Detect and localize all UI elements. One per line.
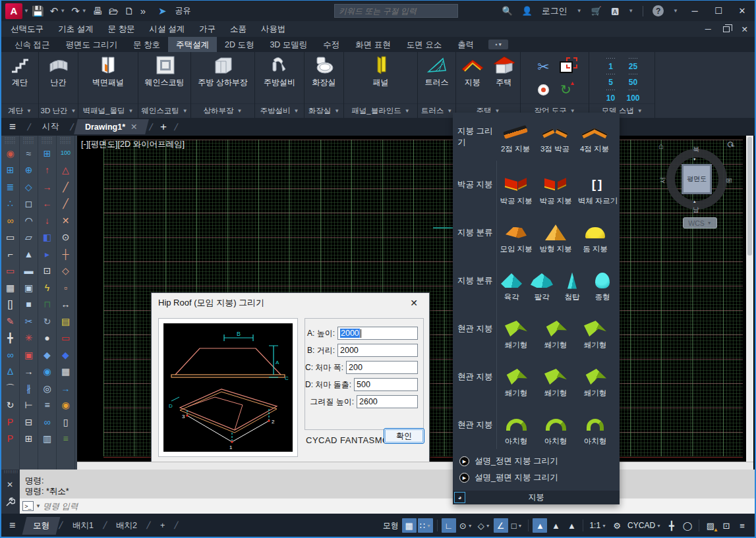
redo-icon[interactable]: ↷ xyxy=(71,5,80,17)
fillet-icon[interactable]: ⌒ xyxy=(3,380,18,397)
polyline-corner-icon[interactable]: ⌐ xyxy=(3,246,18,263)
roof-item-bell[interactable]: 종형 xyxy=(588,271,617,305)
polygon-icon[interactable]: ◇ xyxy=(21,178,37,196)
app-logo-dropdown-icon[interactable]: ▼ xyxy=(24,8,29,14)
panel-footer-wall-molding[interactable]: 벽패널_몰딩▼ xyxy=(78,103,138,118)
move-icon[interactable]: ╋ xyxy=(3,330,18,347)
model-snap-25[interactable]: 25 xyxy=(622,56,645,72)
roof-item-gable-1[interactable]: 박공 지붕 xyxy=(497,175,535,209)
snap-marker-toggle[interactable]: ▲ xyxy=(548,518,563,533)
window-grid-icon[interactable]: ⊞ xyxy=(40,145,55,162)
object-snap-tracking-toggle[interactable]: ∠ xyxy=(494,518,508,533)
model-snap-100[interactable]: 100 xyxy=(622,88,645,103)
document-icon[interactable]: ▯ xyxy=(58,414,74,431)
share-icon[interactable]: ➤ xyxy=(158,5,167,17)
redo-dropdown-icon[interactable]: ▼ xyxy=(82,8,87,14)
box-3d-icon[interactable]: ◻ xyxy=(21,196,37,213)
autodesk-app-icon[interactable]: 🅰 xyxy=(611,6,619,16)
ribbon-tab-3d-modeling[interactable]: 3D 모델링 xyxy=(262,37,315,52)
roof-item-spire[interactable]: 첨탑 xyxy=(558,271,587,305)
stretch-left-icon[interactable]: ← xyxy=(40,196,55,213)
workspace-switcher[interactable]: CYCAD▼ xyxy=(625,518,663,533)
dome-surface-icon[interactable]: ◠ xyxy=(21,212,37,229)
polar-tracking-toggle[interactable]: ⊙▼ xyxy=(457,518,475,533)
object-snap-toggle[interactable]: □▼ xyxy=(509,518,525,533)
share-label[interactable]: 공유 xyxy=(175,5,191,16)
ucs-rotate-icon[interactable]: ↻ xyxy=(560,82,571,97)
roof-item-arch-1[interactable]: 아치형 xyxy=(497,415,535,449)
panel-footer-stairs[interactable]: 계단▼ xyxy=(1,103,38,118)
layout-menu-icon[interactable]: ≡ xyxy=(9,520,15,531)
triangle-snap-icon[interactable]: △ xyxy=(58,162,74,179)
roof-item-wedge-6[interactable]: 쐐기형 xyxy=(576,367,614,401)
stair-section-icon[interactable]: ≣ xyxy=(3,178,18,196)
ribbon-tab-floorplan[interactable]: 평면도 그리기 xyxy=(57,37,125,52)
minimize-button[interactable]: ─ xyxy=(687,6,702,16)
stretch-right-icon[interactable]: → xyxy=(40,178,55,196)
rotate-icon[interactable]: ↻ xyxy=(3,397,18,414)
snap-100-icon[interactable]: 100 xyxy=(58,145,74,162)
move-pan-icon[interactable]: ╋ xyxy=(664,518,679,533)
roof-item-hexagonal[interactable]: 육각 xyxy=(497,271,526,305)
tab-drawing1[interactable]: Drawing1*✕ xyxy=(74,119,148,134)
menu-item-props[interactable]: 소품 xyxy=(230,24,247,35)
model-snap-1[interactable]: 1 xyxy=(600,56,622,72)
quick-view-icon[interactable]: ϟ xyxy=(40,279,55,296)
view-3d-icon[interactable]: ◆ xyxy=(40,346,55,363)
login-label[interactable]: 로그인 xyxy=(542,5,567,17)
model-snap-50[interactable]: 50 xyxy=(622,72,645,88)
roof-item-wedge-3[interactable]: 쐐기형 xyxy=(576,319,614,353)
hatch-icon[interactable]: ▦ xyxy=(3,279,18,296)
cylinder-icon[interactable]: ◎ xyxy=(40,380,55,397)
roof-item-wedge-1[interactable]: 쐐기형 xyxy=(497,319,535,353)
stretch-up-icon[interactable]: ↑ xyxy=(40,162,55,179)
railing-button[interactable]: 난간 xyxy=(45,55,73,88)
grid-display-toggle[interactable]: ▦ xyxy=(402,518,417,533)
roof-item-wedge-2[interactable]: 쐐기형 xyxy=(537,319,575,353)
pin-panel-icon[interactable]: ◕ xyxy=(454,492,465,503)
cone-solid-icon[interactable]: ▲ xyxy=(21,246,37,263)
viewcube-arrow-down[interactable]: ▴ xyxy=(693,199,696,204)
panel-button[interactable]: 패널 xyxy=(367,55,395,88)
app-dropdown-icon[interactable]: ▼ xyxy=(628,8,633,14)
cursor-badge-toggle[interactable]: ▲ xyxy=(564,518,579,533)
orbit-icon[interactable]: ↻ xyxy=(40,313,55,330)
copy-icon[interactable]: ∞ xyxy=(3,346,18,363)
union-icon[interactable]: ▱ xyxy=(21,229,37,246)
ribbon-tab-output[interactable]: 출력 xyxy=(450,37,482,52)
save-icon[interactable]: 💾 xyxy=(32,5,44,17)
explode-icon[interactable]: ✳ xyxy=(21,330,37,347)
file-tabs-menu-icon[interactable]: ≡ xyxy=(9,121,16,134)
align-icon[interactable]: → xyxy=(21,363,37,381)
menu-item-select-tools[interactable]: 선택도구 xyxy=(11,24,44,35)
command-close-icon[interactable]: ✕ xyxy=(7,480,13,489)
menu-item-door-window[interactable]: 문 창문 xyxy=(107,24,134,35)
block-stack-icon[interactable]: ■ xyxy=(21,296,37,313)
help-link-plan-roof[interactable]: ▶설명_평면 지붕 그리기 xyxy=(459,470,620,486)
viewcube-south-label[interactable]: 남 xyxy=(693,205,699,215)
node-handles-icon[interactable]: ◇ xyxy=(58,263,74,280)
center-snap-icon[interactable]: ⊙ xyxy=(58,229,74,246)
circle-icon[interactable]: ⊕ xyxy=(21,162,37,179)
ok-button[interactable]: 확인 xyxy=(384,428,424,444)
undo-dropdown-icon[interactable]: ▼ xyxy=(60,8,65,14)
login-dropdown-icon[interactable]: ▼ xyxy=(577,8,582,14)
wainscoting-button[interactable]: 웨인스코팅 xyxy=(142,55,187,88)
link-chain-icon[interactable]: ∞ xyxy=(40,414,55,431)
panel-footer-cabinet[interactable]: 상하부장▼ xyxy=(191,103,254,118)
scissors-icon[interactable]: ✂ xyxy=(537,59,549,76)
model-snap-5[interactable]: 5 xyxy=(600,72,622,88)
roof-item-wall-trim[interactable]: []벽체 자르기 xyxy=(576,175,620,209)
doc-restore-button[interactable] xyxy=(723,26,730,32)
pline-p2-icon[interactable]: P xyxy=(3,431,18,448)
mirror-icon[interactable]: ∆ xyxy=(3,363,18,381)
panel-footer-bathroom[interactable]: 화장실▼ xyxy=(305,103,343,118)
named-view-icon[interactable]: ◉ xyxy=(3,145,18,162)
stretch-down-icon[interactable]: ↓ xyxy=(40,212,55,229)
rectangle-red-icon[interactable]: ▭ xyxy=(3,263,18,280)
ortho-mode-toggle[interactable]: ∟ xyxy=(442,518,456,533)
box-blue-icon[interactable]: ◧ xyxy=(40,229,55,246)
ribbon-tab-house-design[interactable]: 주택설계 xyxy=(168,37,217,52)
snap-mode-toggle[interactable]: ∷▼ xyxy=(418,518,433,533)
toolbar-grip[interactable]: ∷∷∷∷∷∷ xyxy=(5,137,15,145)
